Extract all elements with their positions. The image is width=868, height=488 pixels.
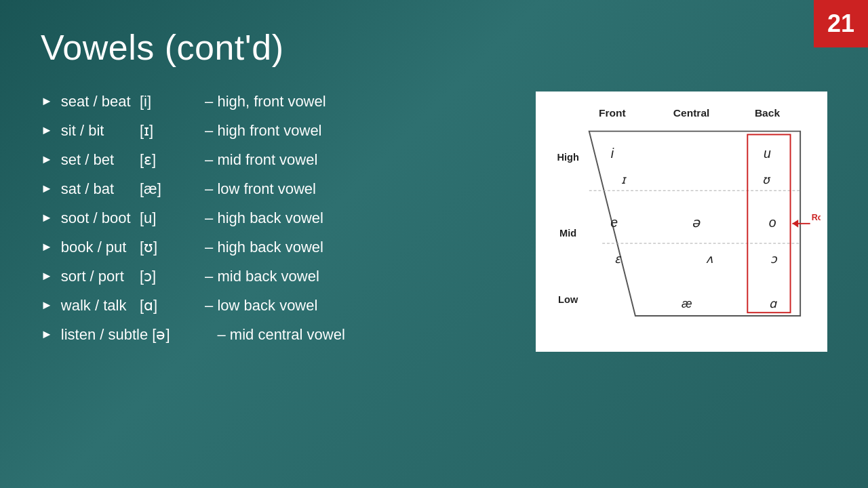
bullet-word: book / put [61,236,136,258]
bullet-description: – mid back vowel [205,268,319,285]
bullet-phoneme: [ɔ] [140,265,201,287]
svg-text:Mid: Mid [559,228,576,239]
svg-text:ɑ: ɑ [769,297,777,310]
slide: 21 Vowels (cont'd) ► seat / beat [i] – h… [0,0,868,488]
bullet-text: sat / bat [æ] – low front vowel [61,178,316,200]
svg-text:ə: ə [692,215,701,230]
bullet-text: walk / talk [ɑ] – low back vowel [61,294,318,317]
bullet-word: soot / boot [61,207,136,229]
bullet-item: ► sit / bit [ɪ] – high front vowel [41,117,509,144]
bullet-arrow: ► [41,180,53,198]
vowel-diagram-container: Front Central Back High Mid Low i u ɪ ʊ [536,92,827,352]
svg-text:u: u [764,146,771,161]
bullet-item: ► seat / beat [i] – high, front vowel [41,88,509,115]
bullet-text: book / put [ʊ] – high back vowel [61,236,323,258]
bullet-phoneme: [æ] [140,178,201,200]
bullet-item: ► sat / bat [æ] – low front vowel [41,176,509,202]
bullet-item: ► walk / talk [ɑ] – low back vowel [41,292,509,319]
svg-text:ʌ: ʌ [706,252,713,266]
svg-text:i: i [611,146,614,161]
bullet-item: ► book / put [ʊ] – high back vowel [41,234,509,260]
svg-text:æ: æ [682,297,692,310]
bullet-arrow: ► [41,296,53,314]
vowel-chart: Front Central Back High Mid Low i u ɪ ʊ [542,98,821,342]
bullet-phoneme: [ɑ] [140,294,201,317]
bullet-phoneme: [ɛ] [140,148,201,171]
svg-text:Central: Central [673,107,710,119]
bullet-description: – high back vowel [205,209,323,226]
bullet-phoneme: [ɪ] [140,119,201,142]
bullet-word: seat / beat [61,90,136,113]
bullet-description: – low back vowel [205,297,317,314]
svg-text:Back: Back [755,107,781,119]
svg-text:Rounded: Rounded [812,213,821,222]
bullet-phoneme: [ə] [152,323,213,346]
bullet-item: ► sort / port [ɔ] – mid back vowel [41,263,509,289]
bullet-description: – low front vowel [205,180,316,197]
bullet-word: walk / talk [61,294,136,317]
bullet-text: sort / port [ɔ] – mid back vowel [61,265,319,287]
bullet-phoneme: [u] [140,207,201,229]
bullet-item: ► set / bet [ɛ] – mid front vowel [41,146,509,173]
bullet-word: set / bet [61,148,136,171]
bullet-description: – high back vowel [205,239,323,256]
bullet-arrow: ► [41,267,53,285]
bullet-item: ► listen / subtle [ə] – mid central vowe… [41,321,509,348]
slide-number: 21 [814,0,868,47]
bullet-description: – high, front vowel [205,93,326,110]
bullet-text: seat / beat [i] – high, front vowel [61,90,326,113]
bullet-arrow: ► [41,209,53,227]
svg-text:ɔ: ɔ [770,252,778,266]
bullet-description: – mid front vowel [205,151,317,168]
bullet-phoneme: [ʊ] [140,236,201,258]
bullet-list: ► seat / beat [i] – high, front vowel ► … [41,88,509,348]
svg-text:o: o [769,215,776,230]
bullet-text: listen / subtle [ə] – mid central vowel [61,323,345,346]
bullet-arrow: ► [41,121,53,140]
bullet-description: – mid central vowel [217,326,344,343]
bullet-text: set / bet [ɛ] – mid front vowel [61,148,318,171]
bullet-arrow: ► [41,325,53,344]
svg-text:ɪ: ɪ [621,173,627,186]
svg-text:Low: Low [558,294,578,305]
bullet-arrow: ► [41,150,53,169]
svg-text:High: High [557,152,578,163]
content-area: ► seat / beat [i] – high, front vowel ► … [41,88,827,352]
svg-text:Front: Front [599,107,626,119]
bullet-word: listen / subtle [61,323,148,346]
bullet-text: soot / boot [u] – high back vowel [61,207,323,229]
bullet-phoneme: [i] [140,90,201,113]
bullet-description: – high front vowel [205,122,321,139]
bullet-word: sat / bat [61,178,136,200]
bullet-word: sort / port [61,265,136,287]
bullet-arrow: ► [41,238,53,256]
bullet-arrow: ► [41,92,53,110]
bullet-word: sit / bit [61,119,136,142]
bullet-item: ► soot / boot [u] – high back vowel [41,205,509,231]
svg-text:e: e [610,215,618,230]
bullet-text: sit / bit [ɪ] – high front vowel [61,119,322,142]
slide-title: Vowels (cont'd) [41,27,827,68]
